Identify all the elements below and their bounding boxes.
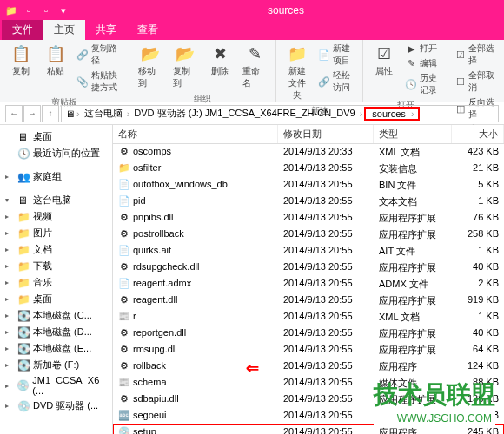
tab-view[interactable]: 查看 <box>127 20 169 40</box>
file-type: 应用程序扩展 <box>374 227 452 242</box>
col-name[interactable]: 名称 <box>113 125 278 143</box>
nav-disk-d[interactable]: ▸💽本地磁盘 (D... <box>0 324 112 340</box>
file-icon: ⚙ <box>118 344 130 355</box>
file-row[interactable]: ⚙sdbapiu.dll2014/9/13 20:55应用程序扩展136 KB <box>113 391 504 408</box>
file-row[interactable]: ⚙rdsupgcheck.dll2014/9/13 20:55应用程序扩展40 … <box>113 260 504 276</box>
file-row[interactable]: ⚙pnpibs.dll2014/9/13 20:55应用程序扩展76 KB <box>113 210 504 227</box>
nav-disk-c[interactable]: ▸💽本地磁盘 (C... <box>0 307 112 324</box>
file-type: XML 文档 <box>374 145 452 160</box>
nav-music[interactable]: ▸📁音乐 <box>0 274 112 291</box>
new-folder-button[interactable]: 📁新建 文件夹 <box>282 42 313 103</box>
dvd-icon: 💿 <box>17 379 29 391</box>
nav-up-button[interactable]: ↑ <box>42 105 59 122</box>
paste-icon: 📋 <box>43 43 68 64</box>
move-icon: 📂 <box>138 43 162 64</box>
navigation-pane: 🖥桌面 🕓最近访问的位置 ▸👥家庭组 ▾🖥这台电脑 ▸📁视频 ▸📁图片 ▸📁文档… <box>0 125 113 434</box>
file-date: 2014/9/13 20:55 <box>278 227 374 242</box>
breadcrumb-seg-1[interactable]: DVD 驱动器 (J:) JM1_CCSA_X64FRE_ZH-CN_DV9 <box>131 107 357 120</box>
edit-button[interactable]: ✎编辑 <box>403 56 442 70</box>
file-row[interactable]: ⚙reagent.dll2014/9/13 20:55应用程序扩展919 KB <box>113 293 504 309</box>
col-type[interactable]: 类型 <box>374 125 452 143</box>
file-row[interactable]: 💿setup2014/9/13 20:55应用程序245 KB <box>113 424 504 434</box>
file-name: rdsupgcheck.dll <box>133 261 199 272</box>
nav-homegroup[interactable]: ▸👥家庭组 <box>0 168 112 185</box>
copy-to-button[interactable]: 📂复制到 <box>169 42 201 91</box>
nav-downloads[interactable]: ▸📁下载 <box>0 258 112 274</box>
nav-back-button[interactable]: ← <box>5 105 23 122</box>
nav-dvd2[interactable]: ▸💿DVD 驱动器 (... <box>0 398 112 414</box>
nav-disk-e[interactable]: ▸💽本地磁盘 (E... <box>0 340 112 357</box>
file-row[interactable]: 📄pid2014/9/13 20:55文本文档1 KB <box>113 194 504 210</box>
open-button[interactable]: ▶打开 <box>403 42 442 56</box>
file-row[interactable]: ⚙rollback2014/9/13 20:55应用程序124 KB <box>113 358 504 375</box>
properties-button[interactable]: ☑属性 <box>368 42 400 79</box>
nav-desktop2[interactable]: ▸📁桌面 <box>0 291 112 307</box>
file-row[interactable]: ⚙rmsupg.dll2014/9/13 20:55应用程序扩展64 KB <box>113 342 504 358</box>
file-row[interactable]: 📄outofbox_windows_db2014/9/13 20:55BIN 文… <box>113 177 504 194</box>
folder-icon[interactable]: 📁 <box>3 3 19 18</box>
nav-documents[interactable]: ▸📁文档 <box>0 241 112 258</box>
nav-forward-button[interactable]: → <box>23 105 41 122</box>
tab-home[interactable]: 主页 <box>43 20 85 40</box>
qat-icon-3[interactable]: ▫ <box>38 3 54 18</box>
history-button[interactable]: 🕓历史记录 <box>403 71 442 97</box>
file-row[interactable]: ⚙postrollback2014/9/13 20:55应用程序扩展258 KB <box>113 227 504 243</box>
file-row[interactable]: 📰r2014/9/13 20:55XML 文档1 KB <box>113 309 504 326</box>
file-type: 应用程序扩展 <box>374 343 452 358</box>
file-size: 88 KB <box>452 376 504 391</box>
file-type: 媒体文件 <box>374 376 452 391</box>
rename-button[interactable]: ✎重命名 <box>239 42 270 91</box>
col-date[interactable]: 修改日期 <box>278 125 374 143</box>
file-row[interactable]: ⚙oscomps2014/9/13 20:33XML 文档423 KB <box>113 144 504 161</box>
file-date: 2014/9/13 20:55 <box>278 392 374 407</box>
file-name: sdbapiu.dll <box>133 393 179 404</box>
file-row[interactable]: 📄quirks.ait2014/9/13 20:55AIT 文件1 KB <box>113 243 504 260</box>
nav-this-pc[interactable]: ▾🖥这台电脑 <box>0 192 112 208</box>
file-type: 文本文档 <box>374 194 452 209</box>
file-row[interactable]: ⚙reportgen.dll2014/9/13 20:55应用程序扩展40 KB <box>113 326 504 342</box>
nav-dvd[interactable]: ▸💿JM1_CCSA_X6 (... <box>0 373 112 398</box>
tab-file[interactable]: 文件 <box>2 20 43 40</box>
file-date: 2014/9/13 20:55 <box>278 359 374 374</box>
homegroup-icon: 👥 <box>17 171 30 183</box>
file-row[interactable]: 🔤segoeui2014/9/13 20:55TrueType 字体文件823 … <box>113 408 504 424</box>
file-icon: ⚙ <box>118 212 130 223</box>
nav-videos[interactable]: ▸📁视频 <box>0 208 112 225</box>
disk-icon: 💽 <box>17 359 30 372</box>
new-item-button[interactable]: 📄新建项目 <box>316 42 357 68</box>
tab-share[interactable]: 共享 <box>85 20 127 40</box>
file-row[interactable]: 📰schema2014/9/13 20:55媒体文件88 KB <box>113 375 504 391</box>
nav-recent[interactable]: 🕓最近访问的位置 <box>0 145 112 161</box>
nav-desktop[interactable]: 🖥桌面 <box>0 128 112 145</box>
select-all-icon: ☑ <box>455 49 466 61</box>
qat-dropdown-icon[interactable]: ▾ <box>56 3 71 18</box>
file-row[interactable]: 📁osfilter2014/9/13 20:55安装信息21 KB <box>113 161 504 177</box>
delete-button[interactable]: ✖删除 <box>204 42 235 79</box>
address-bar[interactable]: 🖥 › 这台电脑 › DVD 驱动器 (J:) JM1_CCSA_X64FRE_… <box>61 105 499 122</box>
select-all-button[interactable]: ☑全部选择 <box>454 42 499 68</box>
easy-access-button[interactable]: 🔗轻松访问 <box>316 69 357 95</box>
select-none-button[interactable]: ☐全部取消 <box>454 69 499 95</box>
file-type: 应用程序扩展 <box>374 211 452 226</box>
file-size: 64 KB <box>452 343 504 358</box>
copy-path-button[interactable]: 🔗复制路径 <box>75 42 123 68</box>
nav-disk-f[interactable]: ▸💽新加卷 (F:) <box>0 357 112 373</box>
quick-access-toolbar: 📁 ▫ ▫ ▾ <box>3 3 71 18</box>
file-name: postrollback <box>133 228 184 239</box>
file-row[interactable]: 📄reagent.admx2014/9/13 20:55ADMX 文件2 KB <box>113 276 504 293</box>
qat-icon-2[interactable]: ▫ <box>21 3 36 18</box>
file-name: setup <box>133 426 156 434</box>
nav-pictures[interactable]: ▸📁图片 <box>0 225 112 241</box>
paste-shortcut-button[interactable]: 📎粘贴快捷方式 <box>75 69 123 95</box>
file-name: reagent.dll <box>133 294 177 305</box>
paste-button[interactable]: 📋粘贴 <box>40 42 71 79</box>
file-date: 2014/9/13 20:55 <box>278 178 374 193</box>
breadcrumb-seg-0[interactable]: 这台电脑 <box>82 107 125 120</box>
breadcrumb-seg-2[interactable]: sources <box>369 108 408 119</box>
copy-button[interactable]: 📋复制 <box>5 42 36 79</box>
col-size[interactable]: 大小 <box>452 125 504 143</box>
file-size: 136 KB <box>452 392 504 407</box>
ribbon-group-open: ☑属性 ▶打开 ✎编辑 🕓历史记录 打开 <box>363 40 448 102</box>
move-to-button[interactable]: 📂移动到 <box>135 42 166 91</box>
file-icon: ⚙ <box>118 327 130 339</box>
